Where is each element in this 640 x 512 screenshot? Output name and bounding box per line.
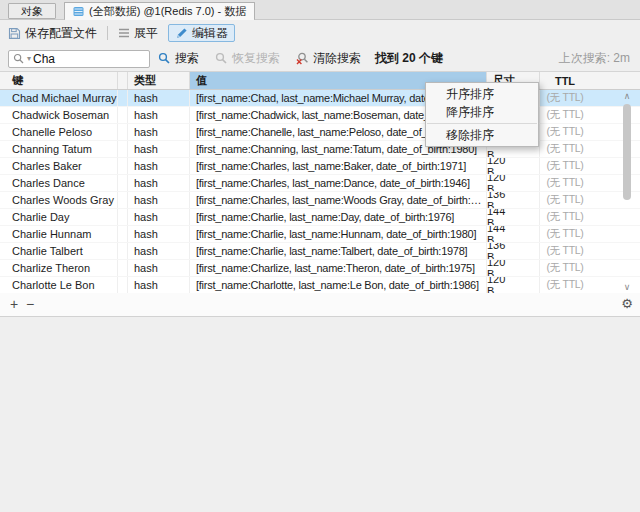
table-row[interactable]: Charles Dancehash[first_name:Charles, la… <box>0 175 640 192</box>
spacer-cell <box>118 158 128 174</box>
tab-bar: 对象 (全部数据) @1(Redis 7.0) - 数据 <box>0 0 640 20</box>
type-cell: hash <box>128 175 190 191</box>
value-cell: [first_name:Charlie, last_name:Day, date… <box>190 209 487 225</box>
value-cell: [first_name:Charlie, last_name:Hunnam, d… <box>190 226 487 242</box>
table-row[interactable]: Chad Michael Murrayhash[first_name:Chad,… <box>0 90 640 107</box>
toolbar-separator <box>107 26 108 40</box>
scroll-down-arrow-icon[interactable]: ∨ <box>619 281 635 293</box>
value-cell: [first_name:Charles, last_name:Dance, da… <box>190 175 487 191</box>
pencil-icon <box>175 27 188 40</box>
size-cell: 136 B <box>487 192 540 208</box>
add-key-button[interactable]: + <box>6 296 22 312</box>
editor-label: 编辑器 <box>192 25 228 42</box>
table-row[interactable]: Charlotte Le Bonhash[first_name:Charlott… <box>0 277 640 294</box>
type-cell: hash <box>128 158 190 174</box>
restore-search-button[interactable]: 恢复搜索 <box>215 50 280 67</box>
floppy-icon <box>8 27 21 40</box>
value-cell: [first_name:Charlotte, last_name:Le Bon,… <box>190 277 487 293</box>
table-row[interactable]: Charlie Dayhash[first_name:Charlie, last… <box>0 209 640 226</box>
scroll-up-arrow-icon[interactable]: ∧ <box>619 90 635 102</box>
ttl-cell: (无 TTL) <box>540 243 590 259</box>
spacer-cell <box>118 277 128 293</box>
spacer-cell <box>118 175 128 191</box>
keys-table: 键 类型 值 尺寸 TTL Chad Michael Murrayhash[fi… <box>0 71 640 293</box>
key-cell: Charlie Day <box>0 209 118 225</box>
key-cell: Charles Woods Gray <box>0 192 118 208</box>
type-cell: hash <box>128 260 190 276</box>
key-cell: Chanelle Peloso <box>0 124 118 140</box>
menu-separator <box>427 123 537 124</box>
tab-data-label: (全部数据) @1(Redis 7.0) - 数据 <box>89 4 246 19</box>
clear-search-label: 清除搜索 <box>313 50 361 67</box>
value-cell: [first_name:Charlize, last_name:Theron, … <box>190 260 487 276</box>
key-cell: Channing Tatum <box>0 141 118 157</box>
spacer-cell <box>118 226 128 242</box>
sort-context-menu: 升序排序降序排序移除排序 <box>425 82 539 147</box>
table-row[interactable]: Charles Bakerhash[first_name:Charles, la… <box>0 158 640 175</box>
save-config-button[interactable]: 保存配置文件 <box>8 24 97 42</box>
search-button[interactable]: 搜索 <box>158 50 199 67</box>
spacer-cell <box>118 90 128 106</box>
last-search-time: 上次搜索: 2m <box>559 50 630 67</box>
key-cell: Charlotte Le Bon <box>0 277 118 293</box>
search-input-box[interactable]: ▾ <box>8 50 150 68</box>
vertical-scrollbar[interactable]: ∧ ∨ <box>619 90 635 293</box>
type-cell: hash <box>128 124 190 140</box>
type-cell: hash <box>128 226 190 242</box>
key-cell: Chadwick Boseman <box>0 107 118 123</box>
menu-item[interactable]: 移除排序 <box>426 126 538 144</box>
size-cell: 120 B <box>487 260 540 276</box>
ttl-cell: (无 TTL) <box>540 158 590 174</box>
ttl-cell: (无 TTL) <box>540 260 590 276</box>
flatten-button[interactable]: 展平 <box>118 24 158 42</box>
table-row[interactable]: Channing Tatumhash[first_name:Channing, … <box>0 141 640 158</box>
found-keys-count: 找到 20 个键 <box>375 50 443 67</box>
database-table-icon <box>73 6 84 17</box>
remove-key-button[interactable]: − <box>22 296 38 312</box>
type-cell: hash <box>128 192 190 208</box>
table-row[interactable]: Chadwick Bosemanhash[first_name:Chadwick… <box>0 107 640 124</box>
size-cell: 136 B <box>487 243 540 259</box>
table-row[interactable]: Charlie Hunnamhash[first_name:Charlie, l… <box>0 226 640 243</box>
restore-search-icon <box>215 52 228 65</box>
menu-item[interactable]: 升序排序 <box>426 85 538 103</box>
table-row[interactable]: Chanelle Pelosohash[first_name:Chanelle,… <box>0 124 640 141</box>
column-header-ttl[interactable]: TTL <box>540 72 590 89</box>
scrollbar-thumb[interactable] <box>623 104 631 200</box>
type-cell: hash <box>128 209 190 225</box>
ttl-cell: (无 TTL) <box>540 175 590 191</box>
clear-search-icon <box>296 52 309 65</box>
tab-data-active[interactable]: (全部数据) @1(Redis 7.0) - 数据 <box>64 2 255 20</box>
table-row[interactable]: Charlie Talberthash[first_name:Charlie, … <box>0 243 640 260</box>
gear-icon[interactable]: ⚙ <box>621 296 633 311</box>
column-header-key[interactable]: 键 <box>0 72 118 89</box>
ttl-cell: (无 TTL) <box>540 124 590 140</box>
key-cell: Charles Dance <box>0 175 118 191</box>
spacer-cell <box>118 260 128 276</box>
column-header-type[interactable]: 类型 <box>128 72 190 89</box>
clear-search-button[interactable]: 清除搜索 <box>296 50 361 67</box>
ttl-cell: (无 TTL) <box>540 226 590 242</box>
type-cell: hash <box>128 107 190 123</box>
value-cell: [first_name:Charlie, last_name:Talbert, … <box>190 243 487 259</box>
toolbar: 保存配置文件 展平 编辑器 <box>0 20 640 46</box>
spacer-cell <box>118 107 128 123</box>
search-input[interactable] <box>33 52 133 66</box>
value-cell: [first_name:Charles, last_name:Baker, da… <box>190 158 487 174</box>
spacer-cell <box>118 124 128 140</box>
tab-objects[interactable]: 对象 <box>8 3 56 19</box>
table-row[interactable]: Charles Woods Grayhash[first_name:Charle… <box>0 192 640 209</box>
size-cell: 144 B <box>487 226 540 242</box>
column-header-spacer <box>118 72 128 89</box>
value-cell: [first_name:Charles, last_name:Woods Gra… <box>190 192 487 208</box>
type-cell: hash <box>128 90 190 106</box>
key-cell: Charlize Theron <box>0 260 118 276</box>
spacer-cell <box>118 141 128 157</box>
table-row[interactable]: Charlize Theronhash[first_name:Charlize,… <box>0 260 640 277</box>
ttl-cell: (无 TTL) <box>540 90 590 106</box>
table-header-row: 键 类型 值 尺寸 TTL <box>0 72 640 90</box>
editor-toggle-button[interactable]: 编辑器 <box>168 24 235 42</box>
size-cell: 120 B <box>487 158 540 174</box>
flatten-list-icon <box>118 27 130 39</box>
menu-item[interactable]: 降序排序 <box>426 103 538 121</box>
